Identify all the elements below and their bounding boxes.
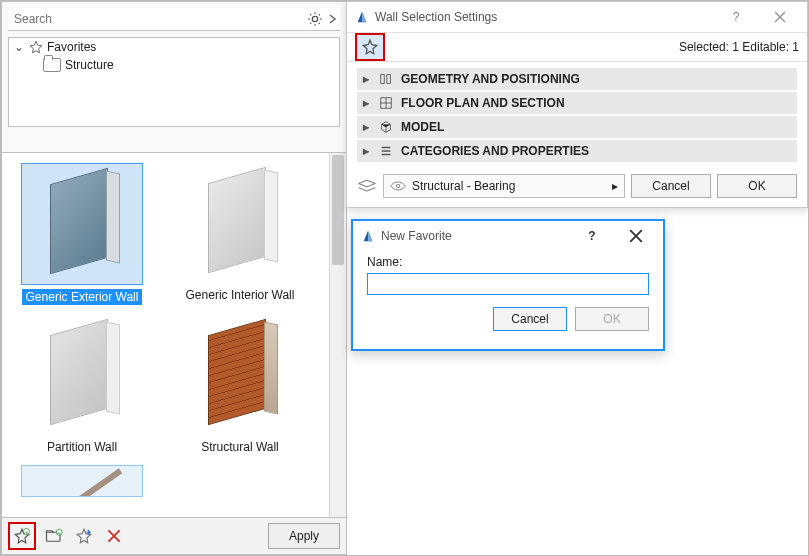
layers-icon — [357, 178, 377, 194]
favorite-item[interactable]: Structural Wall — [170, 315, 310, 455]
section-label: GEOMETRY AND POSITIONING — [401, 72, 580, 86]
favorite-item[interactable]: Generic Interior Wall — [170, 163, 310, 305]
help-button[interactable]: ? — [717, 3, 755, 31]
ok-label: OK — [603, 312, 620, 326]
section-geometry[interactable]: ▸ GEOMETRY AND POSITIONING — [357, 68, 797, 90]
favorite-thumb — [21, 163, 143, 285]
x-icon — [106, 528, 122, 544]
star-plus-icon: + — [13, 527, 31, 545]
svg-text:+: + — [58, 530, 61, 536]
favorites-palette: ⌄ Favorites Structure Generic Exterior W… — [1, 1, 347, 555]
app-icon — [355, 10, 369, 24]
search-input[interactable] — [8, 8, 304, 30]
cancel-label: Cancel — [652, 179, 689, 193]
favorite-thumb — [180, 163, 300, 283]
section-label: MODEL — [401, 120, 444, 134]
help-button[interactable]: ? — [573, 222, 611, 250]
new-folder-button[interactable]: + — [42, 524, 66, 548]
chevron-right-icon: ▸ — [363, 96, 371, 110]
settings-gear-button[interactable] — [304, 8, 326, 30]
chevron-right-icon: ▸ — [363, 120, 371, 134]
svg-text:+: + — [25, 529, 28, 535]
apply-label: Apply — [289, 529, 319, 543]
favorites-tree[interactable]: ⌄ Favorites Structure — [8, 37, 340, 127]
settings-sections: ▸ GEOMETRY AND POSITIONING ▸ FLOOR PLAN … — [347, 62, 807, 170]
favorite-label: Structural Wall — [197, 439, 283, 455]
ok-label: OK — [748, 179, 765, 193]
cancel-label: Cancel — [511, 312, 548, 326]
selection-status: Selected: 1 Editable: 1 — [679, 40, 799, 54]
chevron-right-icon: ▸ — [363, 72, 371, 86]
svg-rect-6 — [387, 75, 391, 84]
palette-toolbar: + + Apply — [2, 517, 346, 554]
gear-icon — [307, 11, 323, 27]
favorite-thumb — [21, 465, 143, 497]
question-icon: ? — [733, 10, 740, 24]
chevron-right-icon: ▸ — [612, 179, 618, 193]
chevron-right-icon — [329, 14, 337, 24]
delete-button[interactable] — [102, 524, 126, 548]
star-icon — [361, 38, 379, 56]
layer-name: Structural - Bearing — [412, 179, 515, 193]
chevron-right-icon: ▸ — [363, 144, 371, 158]
folder-plus-icon: + — [45, 528, 63, 544]
favorite-item[interactable] — [12, 465, 152, 497]
collapse-icon[interactable]: ⌄ — [13, 40, 25, 54]
floorplan-icon — [379, 96, 393, 110]
svg-point-8 — [396, 184, 399, 187]
star-icon — [29, 40, 43, 54]
folder-icon — [43, 58, 61, 72]
app-icon — [361, 229, 375, 243]
ok-button[interactable]: OK — [575, 307, 649, 331]
settings-title: Wall Selection Settings — [375, 10, 497, 24]
name-input[interactable] — [367, 273, 649, 295]
favorites-toggle-button[interactable] — [355, 33, 385, 61]
settings-sub-toolbar: Selected: 1 Editable: 1 — [347, 32, 807, 62]
favorites-thumbnail-area: Generic Exterior Wall Generic Interior W… — [2, 152, 346, 518]
expand-button[interactable] — [326, 8, 340, 30]
list-icon — [379, 144, 393, 158]
svg-rect-5 — [381, 75, 385, 84]
favorite-item[interactable]: Generic Exterior Wall — [12, 163, 152, 305]
cancel-button[interactable]: Cancel — [631, 174, 711, 198]
dialog-title: New Favorite — [381, 229, 452, 243]
close-button[interactable] — [617, 222, 655, 250]
favorite-item[interactable]: Partition Wall — [12, 315, 152, 455]
apply-button[interactable]: Apply — [268, 523, 340, 549]
cancel-button[interactable]: Cancel — [493, 307, 567, 331]
wall-settings-window: Wall Selection Settings ? Selected: 1 Ed… — [346, 1, 808, 208]
section-floorplan[interactable]: ▸ FLOOR PLAN AND SECTION — [357, 92, 797, 114]
ok-button[interactable]: OK — [717, 174, 797, 198]
tree-item-label: Structure — [65, 58, 114, 72]
dialog-titlebar[interactable]: New Favorite ? — [353, 221, 663, 251]
favorite-label: Partition Wall — [43, 439, 121, 455]
scrollbar-thumb[interactable] — [332, 155, 344, 265]
model-icon — [379, 120, 393, 134]
new-favorite-button[interactable]: + — [8, 522, 36, 550]
redefine-favorite-button[interactable] — [72, 524, 96, 548]
new-favorite-dialog: New Favorite ? Name: Cancel OK — [351, 219, 665, 351]
favorite-label: Generic Exterior Wall — [22, 289, 143, 305]
section-model[interactable]: ▸ MODEL — [357, 116, 797, 138]
close-button[interactable] — [761, 3, 799, 31]
scrollbar[interactable] — [329, 153, 346, 518]
section-label: FLOOR PLAN AND SECTION — [401, 96, 565, 110]
tree-root-label: Favorites — [47, 40, 96, 54]
tree-item-structure[interactable]: Structure — [9, 56, 339, 74]
settings-titlebar[interactable]: Wall Selection Settings ? — [347, 2, 807, 32]
close-icon — [629, 229, 643, 243]
favorite-thumb — [22, 315, 142, 435]
tree-root-favorites[interactable]: ⌄ Favorites — [9, 38, 339, 56]
layer-selector[interactable]: Structural - Bearing ▸ — [383, 174, 625, 198]
name-label: Name: — [367, 255, 649, 269]
close-icon — [774, 11, 786, 23]
favorite-label: Generic Interior Wall — [182, 287, 299, 303]
section-categories[interactable]: ▸ CATEGORIES AND PROPERTIES — [357, 140, 797, 162]
star-arrow-icon — [75, 527, 93, 545]
favorite-thumb — [180, 315, 300, 435]
section-label: CATEGORIES AND PROPERTIES — [401, 144, 589, 158]
settings-footer: Structural - Bearing ▸ Cancel OK — [347, 170, 807, 206]
eye-icon — [390, 181, 406, 191]
geometry-icon — [379, 72, 393, 86]
